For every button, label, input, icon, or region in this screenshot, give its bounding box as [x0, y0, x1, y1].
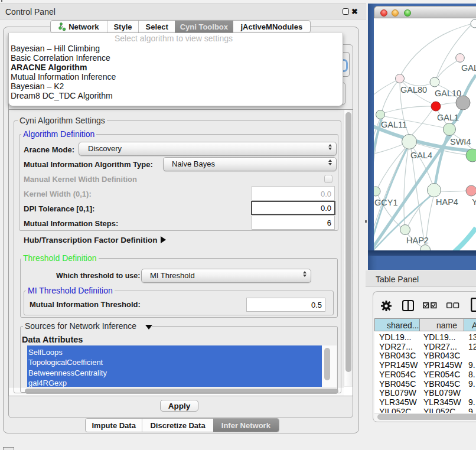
svg-text:GAL4: GAL4 — [410, 151, 432, 160]
svg-text:GAL10: GAL10 — [435, 89, 461, 98]
svg-text:HAP4: HAP4 — [436, 197, 458, 207]
svg-text:Y: Y — [472, 197, 476, 207]
svg-text:GAL7: GAL7 — [461, 63, 476, 73]
svg-text:SWI4: SWI4 — [450, 137, 471, 146]
svg-text:HAP2: HAP2 — [406, 236, 429, 245]
svg-text:GCY1: GCY1 — [374, 198, 398, 207]
svg-text:GAL11: GAL11 — [381, 120, 407, 129]
svg-text:GAL80: GAL80 — [400, 85, 427, 94]
svg-text:GAL1: GAL1 — [437, 113, 459, 122]
